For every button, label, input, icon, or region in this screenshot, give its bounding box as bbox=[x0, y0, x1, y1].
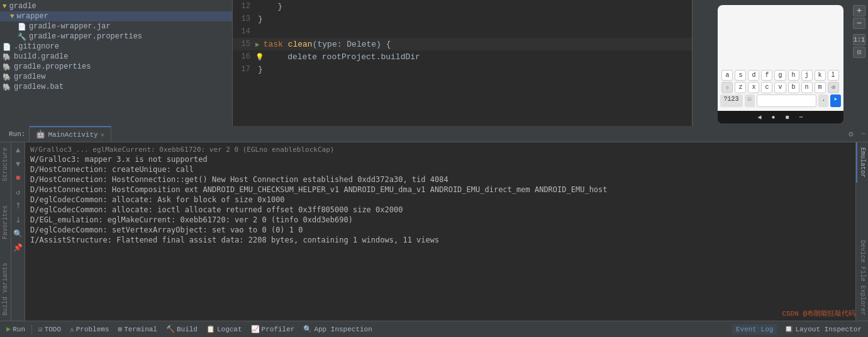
problems-icon: ⚠ bbox=[70, 325, 74, 333]
file-tree-item-gradle-props[interactable]: 🐘 gradle.properties bbox=[0, 62, 232, 72]
key-h[interactable]: h bbox=[788, 70, 799, 81]
device-file-explorer-tab[interactable]: Device File Explorer bbox=[856, 235, 868, 321]
bottom-bar: ▶ Run ☑ TODO ⚠ Problems ⊞ Terminal 🔨 Bui… bbox=[0, 321, 868, 337]
right-sidebar: Emulator Device File Explorer bbox=[855, 142, 868, 321]
key-j[interactable]: j bbox=[801, 70, 813, 81]
code-line-15: 15 ▶ task clean(type: Delete) { bbox=[233, 38, 692, 50]
logcat-icon: 📋 bbox=[206, 325, 215, 333]
file-tree-label: gradle.properties bbox=[14, 62, 91, 71]
file-tree-item-wrapper-props[interactable]: 🔧 gradle-wrapper.properties bbox=[0, 31, 232, 42]
pin-button[interactable]: 📌 bbox=[13, 242, 24, 253]
zoom-out-button[interactable]: − bbox=[853, 18, 865, 29]
keyboard-row-2: ⇧ z x c v b n m ⌫ bbox=[721, 82, 838, 93]
keyboard-row-1: a s d f g h j k l bbox=[721, 70, 838, 81]
separator-1 bbox=[31, 324, 32, 334]
build-variants-tab[interactable]: Build Variants bbox=[0, 258, 11, 321]
key-v[interactable]: v bbox=[774, 82, 786, 93]
file-tree-item-gradle[interactable]: ▼ gradle bbox=[0, 1, 232, 11]
key-num[interactable]: ?123 bbox=[720, 94, 743, 107]
nav-back[interactable]: ◀ bbox=[757, 113, 761, 121]
scroll-top-button[interactable]: ⤒ bbox=[13, 200, 24, 212]
code-line-14: 14 bbox=[233, 25, 692, 38]
terminal-label: Terminal bbox=[124, 326, 157, 333]
app-inspection-button[interactable]: 🔍 App Inspection bbox=[299, 324, 376, 334]
file-tree: ▼ gradle ▼ wrapper 📄 gradle-wrapper.jar … bbox=[0, 0, 233, 126]
run-bottom-button[interactable]: ▶ Run bbox=[3, 323, 29, 335]
key-n[interactable]: n bbox=[801, 82, 813, 93]
gradlew-icon: 🐘 bbox=[3, 73, 11, 81]
terminal-button[interactable]: ⊞ Terminal bbox=[114, 324, 161, 334]
key-x[interactable]: x bbox=[748, 82, 759, 93]
android-tab-icon: 🤖 bbox=[36, 130, 45, 139]
file-tree-item-wrapper-jar[interactable]: 📄 gradle-wrapper.jar bbox=[0, 21, 232, 31]
file-tree-item-wrapper[interactable]: ▼ wrapper bbox=[0, 11, 232, 21]
logcat-button[interactable]: 📋 Logcat bbox=[203, 324, 246, 334]
key-shift[interactable]: ⇧ bbox=[721, 82, 733, 93]
key-emoji[interactable]: ☺ bbox=[745, 94, 755, 107]
key-c[interactable]: c bbox=[761, 82, 772, 93]
watermark: CSDN @布朗能狂敲代码 bbox=[782, 309, 855, 318]
file-tree-item-gradlew[interactable]: 🐘 gradlew bbox=[0, 72, 232, 82]
code-line-13: 13 } bbox=[233, 13, 692, 25]
line-content-12: } bbox=[255, 2, 692, 11]
logcat-label: Logcat bbox=[217, 326, 242, 333]
layout-inspector-button[interactable]: 🔲 Layout Inspector bbox=[781, 324, 865, 334]
key-k[interactable]: k bbox=[815, 70, 826, 81]
fit-screen-button[interactable]: ⊡ bbox=[853, 47, 865, 58]
file-tree-item-gitignore[interactable]: 📄 .gitignore bbox=[0, 42, 232, 52]
favorites-tab[interactable]: Favorites bbox=[0, 200, 11, 244]
scroll-up-button[interactable]: ▲ bbox=[13, 145, 24, 156]
todo-button[interactable]: ☑ TODO bbox=[35, 324, 65, 334]
log-line-7: D/EGL_emulation: eglMakeCurrent: 0xebb61… bbox=[30, 215, 850, 225]
run-label: Run: bbox=[5, 126, 30, 142]
key-m[interactable]: m bbox=[815, 82, 826, 93]
stop-button[interactable]: ■ bbox=[13, 173, 24, 184]
file-tree-label: gradle-wrapper.properties bbox=[29, 32, 142, 41]
lightbulb-icon[interactable]: 💡 bbox=[255, 53, 264, 61]
run-arrow-icon[interactable]: ▶ bbox=[255, 40, 260, 49]
key-a[interactable]: a bbox=[721, 70, 733, 81]
key-g[interactable]: g bbox=[774, 70, 786, 81]
filter-button[interactable]: 🔍 bbox=[13, 228, 24, 239]
event-log-label: Event Log bbox=[736, 326, 773, 333]
tab-main-activity[interactable]: 🤖 MainActivity ✕ bbox=[30, 126, 111, 142]
key-b[interactable]: b bbox=[788, 82, 799, 93]
event-log-button[interactable]: Event Log bbox=[732, 324, 777, 334]
key-s[interactable]: s bbox=[735, 70, 746, 81]
minimize-icon[interactable]: − bbox=[859, 130, 868, 139]
nav-menu[interactable]: ⋯ bbox=[799, 113, 803, 121]
tab-close-icon[interactable]: ✕ bbox=[101, 131, 104, 139]
profiler-button[interactable]: 📈 Profiler bbox=[247, 324, 299, 334]
structure-tab[interactable]: Structure bbox=[0, 142, 11, 186]
key-enter[interactable]: ➤ bbox=[830, 94, 840, 107]
gradlew-bat-icon: 🐘 bbox=[3, 83, 11, 91]
build-button[interactable]: 🔨 Build bbox=[162, 324, 201, 334]
problems-button[interactable]: ⚠ Problems bbox=[66, 324, 113, 334]
key-space[interactable] bbox=[757, 94, 817, 107]
nav-recents[interactable]: ■ bbox=[786, 114, 789, 121]
key-l[interactable]: l bbox=[828, 70, 839, 81]
zoom-reset-button[interactable]: 1:1 bbox=[853, 34, 865, 45]
run-bottom-label: Run bbox=[13, 326, 25, 333]
key-period[interactable]: . bbox=[818, 94, 828, 107]
rerun-button[interactable]: ↺ bbox=[13, 186, 24, 198]
key-f[interactable]: f bbox=[761, 70, 772, 81]
main-container: ▼ gradle ▼ wrapper 📄 gradle-wrapper.jar … bbox=[0, 0, 868, 337]
problems-label: Problems bbox=[76, 326, 109, 333]
line-content-13: } bbox=[255, 14, 692, 24]
scroll-down-button[interactable]: ▼ bbox=[13, 159, 24, 170]
settings-gear-icon[interactable]: ⚙ bbox=[843, 129, 859, 139]
file-tree-item-gradlew-bat[interactable]: 🐘 gradlew.bat bbox=[0, 82, 232, 92]
zoom-in-button[interactable]: + bbox=[853, 5, 865, 16]
key-z[interactable]: z bbox=[735, 82, 746, 93]
emulator-tab[interactable]: Emulator bbox=[856, 142, 868, 183]
build-icon: 🔨 bbox=[166, 325, 175, 333]
key-d[interactable]: d bbox=[748, 70, 759, 81]
nav-home[interactable]: ● bbox=[771, 114, 775, 121]
key-backspace[interactable]: ⌫ bbox=[828, 82, 839, 93]
scroll-bottom-button[interactable]: ⤓ bbox=[13, 214, 24, 226]
file-tree-item-build-gradle[interactable]: 🐘 build.gradle bbox=[0, 52, 232, 62]
content-area: Structure Favorites Build Variants ▲ ▼ ■… bbox=[0, 142, 868, 321]
file-tree-label: .gitignore bbox=[14, 42, 59, 51]
log-panel: W/Gralloc3_... eglMakeCurrent: 0xebb6172… bbox=[25, 142, 855, 321]
